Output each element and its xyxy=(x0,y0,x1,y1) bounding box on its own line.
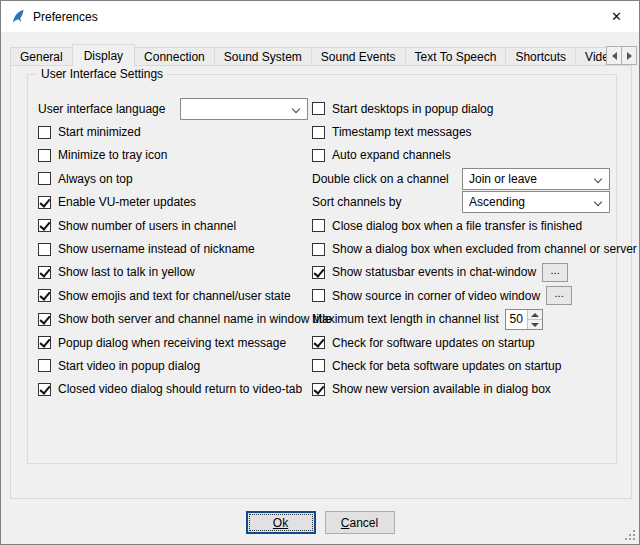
checkbox-label[interactable]: Show emojis and text for channel/user st… xyxy=(58,290,291,302)
checkbox-row: Show emojis and text for channel/user st… xyxy=(38,284,308,307)
double-click-row: Double click on a channel Join or leave xyxy=(312,167,610,190)
resize-grip[interactable] xyxy=(633,538,635,540)
tab-sound-system[interactable]: Sound System xyxy=(214,47,312,66)
tab-video[interactable]: Video xyxy=(575,47,607,66)
arrow-left-icon xyxy=(612,52,617,60)
checkbox-show-username-instead-of-nickname[interactable] xyxy=(38,243,51,256)
video-source-row: Show source in corner of video window ..… xyxy=(312,284,610,307)
checkbox-label[interactable]: Popup dialog when receiving text message xyxy=(58,337,286,349)
close-button[interactable]: ✕ xyxy=(594,1,639,32)
checkbox-row: Show new version available in dialog box xyxy=(312,378,610,401)
sort-channels-label: Sort channels by xyxy=(312,196,401,208)
checkbox-timestamp-text-messages[interactable] xyxy=(312,126,325,139)
checkbox-show-number-of-users-in-channel[interactable] xyxy=(38,219,51,232)
checkbox-label[interactable]: Start desktops in popup dialog xyxy=(332,103,493,115)
checkbox-label[interactable]: Always on top xyxy=(58,173,133,185)
tab-label: Connection xyxy=(144,50,205,64)
checkbox-show-dialog-when-excluded[interactable] xyxy=(312,243,325,256)
checkbox-row: Minimize to tray icon xyxy=(38,144,308,167)
sort-channels-combobox-value: Ascending xyxy=(469,195,525,209)
checkbox-label[interactable]: Show a dialog box when excluded from cha… xyxy=(332,243,637,255)
tab-label: Text To Speech xyxy=(415,50,497,64)
checkbox-label[interactable]: Show statusbar events in chat-window xyxy=(332,266,536,278)
checkbox-label[interactable]: Check for beta software updates on start… xyxy=(332,360,561,372)
checkbox-popup-dialog-on-text-message[interactable] xyxy=(38,336,51,349)
tab-display[interactable]: Display xyxy=(72,44,135,66)
checkbox-auto-expand-channels[interactable] xyxy=(312,149,325,162)
checkbox-show-source-in-corner-of-video-window[interactable] xyxy=(312,289,325,302)
checkbox-start-video-in-popup-dialog[interactable] xyxy=(38,359,51,372)
video-source-options-button[interactable]: ... xyxy=(546,286,572,305)
dialog-button-row: Ok Cancel xyxy=(1,511,639,534)
checkbox-label[interactable]: Show new version available in dialog box xyxy=(332,383,551,395)
checkbox-check-for-beta-software-updates[interactable] xyxy=(312,359,325,372)
checkbox-row: Auto expand channels xyxy=(312,144,610,167)
checkbox-row: Show both server and channel name in win… xyxy=(38,308,308,331)
tab-scroll-right-button[interactable] xyxy=(621,46,637,65)
checkbox-label[interactable]: Show number of users in channel xyxy=(58,220,236,232)
checkbox-minimize-to-tray-icon[interactable] xyxy=(38,149,51,162)
checkbox-row: Close dialog box when a file transfer is… xyxy=(312,214,610,237)
checkbox-show-last-to-talk-in-yellow[interactable] xyxy=(38,266,51,279)
checkbox-row: Closed video dialog should return to vid… xyxy=(38,378,308,401)
checkbox-label[interactable]: Show last to talk in yellow xyxy=(58,266,195,278)
checkbox-label[interactable]: Start video in popup dialog xyxy=(58,360,200,372)
group-title: User Interface Settings xyxy=(37,67,167,81)
checkbox-show-statusbar-events-in-chat-window[interactable] xyxy=(312,266,325,279)
cancel-button[interactable]: Cancel xyxy=(325,511,395,534)
checkbox-label[interactable]: Auto expand channels xyxy=(332,149,451,161)
right-column: Start desktops in popup dialog Timestamp… xyxy=(312,97,610,401)
statusbar-events-options-button[interactable]: ... xyxy=(542,263,568,282)
tab-shortcuts[interactable]: Shortcuts xyxy=(505,47,576,66)
checkbox-closed-video-return-to-video-tab[interactable] xyxy=(38,383,51,396)
double-click-combobox[interactable]: Join or leave xyxy=(462,168,610,190)
checkbox-label[interactable]: Show username instead of nickname xyxy=(58,243,255,255)
checkbox-row: Check for beta software updates on start… xyxy=(312,354,610,377)
checkbox-start-minimized[interactable] xyxy=(38,126,51,139)
tab-scroll-left-button[interactable] xyxy=(606,46,622,65)
ok-button-label: Ok xyxy=(273,516,288,530)
sort-channels-combobox[interactable]: Ascending xyxy=(462,191,610,213)
tab-sound-events[interactable]: Sound Events xyxy=(311,47,406,66)
ellipsis-label: ... xyxy=(551,264,560,276)
checkbox-label[interactable]: Timestamp text messages xyxy=(332,126,472,138)
spin-down-button[interactable] xyxy=(527,320,542,329)
checkbox-show-new-version-in-dialog-box[interactable] xyxy=(312,383,325,396)
titlebar[interactable]: Preferences ✕ xyxy=(1,1,639,32)
tab-label: Display xyxy=(84,49,123,63)
checkbox-always-on-top[interactable] xyxy=(38,172,51,185)
group-user-interface-settings: User Interface Settings User interface l… xyxy=(27,74,617,464)
checkbox-row: Popup dialog when receiving text message xyxy=(38,331,308,354)
tab-label: Shortcuts xyxy=(515,50,566,64)
tab-general[interactable]: General xyxy=(10,47,73,66)
ok-button[interactable]: Ok xyxy=(246,511,316,534)
checkbox-row: Timestamp text messages xyxy=(312,120,610,143)
close-icon: ✕ xyxy=(611,9,622,24)
checkbox-row: Show username instead of nickname xyxy=(38,237,308,260)
checkbox-start-desktops-in-popup-dialog[interactable] xyxy=(312,102,325,115)
checkbox-label[interactable]: Enable VU-meter updates xyxy=(58,196,196,208)
checkbox-label[interactable]: Close dialog box when a file transfer is… xyxy=(332,220,582,232)
checkbox-label[interactable]: Show source in corner of video window xyxy=(332,290,540,302)
tab-connection[interactable]: Connection xyxy=(134,47,215,66)
language-combobox[interactable] xyxy=(180,98,308,120)
checkbox-check-for-software-updates[interactable] xyxy=(312,336,325,349)
checkbox-close-dialog-on-file-transfer-finished[interactable] xyxy=(312,219,325,232)
spin-up-button[interactable] xyxy=(527,310,542,320)
app-icon xyxy=(10,9,26,25)
checkbox-label[interactable]: Closed video dialog should return to vid… xyxy=(58,383,302,395)
max-text-length-spinbox[interactable]: 50 xyxy=(505,309,543,330)
chevron-down-icon xyxy=(292,104,300,112)
checkbox-label[interactable]: Check for software updates on startup xyxy=(332,337,535,349)
checkbox-row: Show number of users in channel xyxy=(38,214,308,237)
checkbox-show-server-and-channel-in-title[interactable] xyxy=(38,313,51,326)
tab-text-to-speech[interactable]: Text To Speech xyxy=(405,47,507,66)
checkbox-enable-vu-meter-updates[interactable] xyxy=(38,196,51,209)
spinbox-value[interactable]: 50 xyxy=(506,310,527,329)
checkbox-label[interactable]: Minimize to tray icon xyxy=(58,149,167,161)
checkbox-label[interactable]: Show both server and channel name in win… xyxy=(58,313,332,325)
checkbox-show-emojis-and-text-for-state[interactable] xyxy=(38,289,51,302)
checkbox-label[interactable]: Start minimized xyxy=(58,126,141,138)
chevron-down-icon xyxy=(594,198,602,206)
max-text-length-row: Maximum text length in channel list 50 xyxy=(312,308,610,331)
